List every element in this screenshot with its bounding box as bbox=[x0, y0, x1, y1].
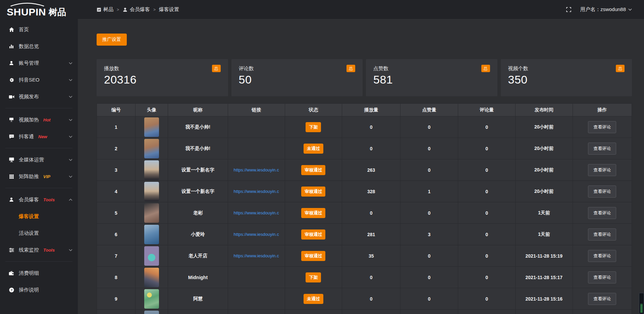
stat-card-3: 视频个数总350 bbox=[501, 59, 632, 96]
column-header: 操作 bbox=[573, 104, 632, 116]
sidebar-nav: 首页数据总览账号管理抖音SEO视频发布视频加热Hot抖客通New全媒体运营矩阵助… bbox=[0, 19, 78, 298]
sidebar-item-matrix-boost[interactable]: 矩阵助推VIP bbox=[0, 168, 78, 185]
cell-comments: 0 bbox=[458, 138, 516, 159]
sidebar-divider bbox=[5, 148, 72, 148]
sidebar-item-home[interactable]: 首页 bbox=[0, 21, 78, 38]
chevron-up-icon bbox=[69, 199, 72, 201]
status-badge[interactable]: 下架 bbox=[306, 272, 321, 282]
cell-action: 查看评论 bbox=[573, 181, 632, 202]
video-link[interactable]: https://www.iesdouyin.c bbox=[228, 253, 285, 258]
plays-value: 35 bbox=[369, 253, 374, 259]
status-badge[interactable]: 未通过 bbox=[304, 294, 323, 304]
cell-link: https://www.iesdouyin.c bbox=[228, 245, 285, 267]
status-badge[interactable]: 审核通过 bbox=[301, 208, 325, 218]
view-comments-button[interactable]: 查看评论 bbox=[588, 121, 616, 133]
total-badge: 总 bbox=[481, 65, 490, 72]
video-link[interactable]: https://www.iesdouyin.c bbox=[228, 232, 285, 237]
plays-value: 0 bbox=[370, 146, 373, 151]
topbar: 树品>会员爆客>爆客设置 用户名：zswodun88 bbox=[78, 0, 644, 19]
cell-link: https://www.iesdouyin.c bbox=[228, 224, 285, 245]
user-icon bbox=[8, 60, 15, 66]
cell-link bbox=[228, 310, 285, 314]
sidebar-item-douyin-seo[interactable]: 抖音SEO bbox=[0, 71, 78, 88]
chevron-down-icon bbox=[69, 96, 72, 98]
view-comments-button[interactable]: 查看评论 bbox=[588, 186, 616, 198]
sidebar-item-account-management[interactable]: 账号管理 bbox=[0, 55, 78, 71]
row-id: 3 bbox=[115, 167, 117, 173]
status-badge[interactable]: 审核通过 bbox=[301, 251, 325, 261]
breadcrumb-label: 树品 bbox=[103, 6, 113, 13]
cell-time bbox=[516, 310, 573, 314]
cell-id: 1 bbox=[97, 116, 136, 138]
cell-link bbox=[228, 288, 285, 310]
sidebar-item-video-publish[interactable]: 视频发布 bbox=[0, 88, 78, 105]
status-badge[interactable]: 审核通过 bbox=[301, 229, 325, 240]
sidebar-subitem-activity-settings[interactable]: 活动设置 bbox=[0, 225, 78, 242]
sidebar-item-omni-media[interactable]: 全媒体运营 bbox=[0, 151, 78, 168]
comments-value: 0 bbox=[485, 253, 488, 259]
comments-value: 0 bbox=[485, 296, 488, 302]
table-row: 3设置一个新名字https://www.iesdouyin.c审核通过26300… bbox=[97, 159, 632, 181]
promotion-settings-button[interactable]: 推广设置 bbox=[97, 34, 127, 46]
breadcrumb-label: 会员爆客 bbox=[130, 6, 150, 13]
time-value: 2021-11-28 15:19 bbox=[526, 253, 563, 259]
cell-comments: 0 bbox=[458, 159, 516, 181]
view-comments-button[interactable]: 查看评论 bbox=[588, 207, 616, 219]
sidebar-item-doukatong[interactable]: 抖客通New bbox=[0, 128, 78, 145]
likes-value: 0 bbox=[428, 167, 431, 173]
column-header: 昵称 bbox=[168, 104, 228, 116]
total-badge: 总 bbox=[346, 65, 355, 72]
user-menu[interactable]: 用户名：zswodun88 bbox=[580, 6, 632, 13]
cell-avatar bbox=[135, 310, 168, 314]
video-link[interactable]: https://www.iesdouyin.c bbox=[228, 167, 285, 172]
status-badge[interactable]: 下架 bbox=[306, 122, 321, 132]
status-badge[interactable]: 审核通过 bbox=[301, 187, 325, 197]
sidebar-subitem-baoke-settings[interactable]: 爆客设置 bbox=[0, 208, 78, 225]
sidebar-divider bbox=[5, 188, 72, 188]
status-badge[interactable]: 未通过 bbox=[304, 144, 323, 154]
view-comments-button[interactable]: 查看评论 bbox=[588, 228, 616, 241]
cell-likes: 0 bbox=[400, 288, 458, 310]
view-comments-button[interactable]: 查看评论 bbox=[588, 293, 616, 305]
sidebar-item-member-baoke[interactable]: 会员爆客Tools bbox=[0, 191, 78, 208]
plays-value: 281 bbox=[367, 232, 375, 237]
breadcrumb-item-member-baoke[interactable]: 会员爆客 bbox=[122, 6, 150, 13]
video-link[interactable]: https://www.iesdouyin.c bbox=[228, 189, 285, 194]
table-row: 9阿慧未通过0002021-11-28 15:16查看评论 bbox=[97, 288, 632, 310]
table-row: 1我不是小帅!下架00020小时前查看评论 bbox=[97, 116, 632, 138]
status-badge[interactable]: 审核通过 bbox=[301, 165, 325, 175]
view-comments-button[interactable]: 查看评论 bbox=[588, 143, 616, 155]
breadcrumb-item-shupin[interactable]: 树品 bbox=[97, 6, 113, 13]
time-value: 2021-11-28 15:17 bbox=[526, 275, 563, 280]
sidebar-item-label: 视频发布 bbox=[19, 94, 39, 100]
sidebar: SHUPIN 树品 首页数据总览账号管理抖音SEO视频发布视频加热Hot抖客通N… bbox=[0, 0, 78, 314]
video-link[interactable]: https://www.iesdouyin.c bbox=[228, 210, 285, 215]
chevron-down-icon bbox=[628, 8, 632, 11]
cell-nickname: 老人开店 bbox=[168, 245, 228, 267]
fullscreen-icon[interactable] bbox=[566, 7, 572, 12]
time-value: 20小时前 bbox=[534, 167, 554, 172]
view-comments-button[interactable]: 查看评论 bbox=[588, 250, 616, 262]
view-comments-button[interactable]: 查看评论 bbox=[588, 164, 616, 176]
cell-plays: 0 bbox=[342, 288, 400, 310]
sidebar-item-consumption-detail[interactable]: 消费明细 bbox=[0, 265, 78, 281]
cell-id: 4 bbox=[97, 181, 136, 202]
view-comments-button[interactable]: 查看评论 bbox=[588, 271, 616, 283]
stat-card-value: 50 bbox=[239, 73, 356, 86]
breadcrumb-item-baoke-settings[interactable]: 爆客设置 bbox=[159, 6, 179, 13]
sidebar-item-operation-guide[interactable]: ?操作说明 bbox=[0, 281, 78, 298]
sidebar-item-tag: Hot bbox=[43, 117, 51, 122]
sidebar-item-clue-monitor[interactable]: 线索监控Tools bbox=[0, 242, 78, 258]
likes-value: 0 bbox=[428, 296, 431, 302]
likes-value: 3 bbox=[428, 232, 431, 237]
cell-link bbox=[228, 267, 285, 288]
total-badge: 总 bbox=[212, 65, 221, 72]
nickname-text: 我不是小帅! bbox=[185, 124, 211, 129]
cell-likes: 0 bbox=[400, 138, 458, 159]
cell-avatar bbox=[135, 267, 168, 288]
nickname-text: 我不是小帅! bbox=[185, 146, 211, 151]
sidebar-item-data-overview[interactable]: 数据总览 bbox=[0, 38, 78, 55]
sidebar-item-video-heat[interactable]: 视频加热Hot bbox=[0, 111, 78, 128]
screen-icon bbox=[8, 117, 15, 122]
cell-id: 8 bbox=[97, 267, 136, 288]
